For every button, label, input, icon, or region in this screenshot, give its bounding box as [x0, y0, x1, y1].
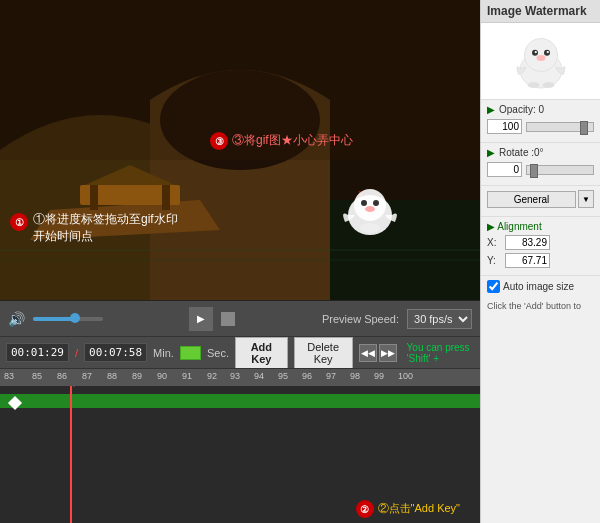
rotate-input[interactable]: [487, 162, 522, 177]
mascot-main-svg: [511, 31, 571, 91]
mascot-video-svg: [340, 180, 400, 240]
svg-point-14: [360, 223, 380, 233]
annotation-circle-2: ②: [356, 500, 374, 518]
x-align-row: X:: [487, 235, 594, 250]
volume-thumb: [70, 313, 80, 323]
right-panel: Image Watermark: [480, 0, 600, 523]
general-button[interactable]: General: [487, 191, 576, 208]
timeline-ruler: 83 85 86 87 88 89 90 91 92 93 94 95 96 9…: [0, 368, 480, 386]
opacity-slider[interactable]: [526, 122, 594, 132]
ruler-tick-98: 98: [350, 371, 360, 381]
video-scene: [0, 0, 480, 300]
ruler-tick-100: 100: [398, 371, 413, 381]
opacity-section: ▶ Opacity: 0: [481, 100, 600, 143]
annotation-3: ③ ③将gif图★小心弄中心: [210, 130, 353, 150]
ruler-tick-94: 94: [254, 371, 264, 381]
svg-point-21: [536, 55, 545, 61]
auto-size-row: Auto image size: [481, 276, 600, 297]
prev-key-button[interactable]: ◀◀: [359, 344, 377, 362]
ruler-tick-85: 85: [32, 371, 42, 381]
main-container: ③ ③将gif图★小心弄中心 ↘: [0, 0, 600, 523]
volume-icon: 🔊: [8, 311, 25, 327]
timeline-controls: 00:01:29 / 00:07:58 Min. Sec. Add Key De…: [0, 336, 480, 368]
rotate-label: Rotate :0°: [499, 147, 544, 158]
alignment-section: ▶ Alignment X: Y:: [481, 217, 600, 276]
svg-point-22: [527, 82, 539, 88]
ruler-tick-93: 93: [230, 371, 240, 381]
opacity-thumb: [580, 121, 588, 135]
next-key-button[interactable]: ▶▶: [379, 344, 397, 362]
svg-point-13: [365, 206, 375, 212]
ruler-tick-99: 99: [374, 371, 384, 381]
general-dropdown-arrow[interactable]: ▼: [578, 190, 594, 208]
annotation-circle-1: ①: [10, 213, 28, 231]
play-button[interactable]: ▶: [189, 307, 213, 331]
rotate-row: ▶ Rotate :0°: [487, 147, 594, 158]
x-label: X:: [487, 237, 502, 248]
opacity-arrow: ▶: [487, 104, 495, 115]
volume-fill: [33, 317, 75, 321]
add-key-button[interactable]: Add Key: [235, 337, 288, 369]
annotation-1-line2: 开始时间点: [33, 228, 178, 245]
opacity-row: ▶ Opacity: 0: [487, 104, 594, 115]
ruler-tick-83: 83: [4, 371, 14, 381]
ruler-tick-95: 95: [278, 371, 288, 381]
y-input[interactable]: [505, 253, 550, 268]
rotate-section: ▶ Rotate :0°: [481, 143, 600, 186]
alignment-label: ▶ Alignment: [487, 221, 594, 232]
mascot-in-video: [340, 180, 400, 240]
playhead-line: [70, 386, 72, 523]
ruler-tick-88: 88: [107, 371, 117, 381]
green-segment-bar[interactable]: [180, 346, 201, 360]
opacity-label: Opacity: 0: [499, 104, 544, 115]
svg-point-20: [546, 51, 548, 53]
general-section: General ▼: [481, 186, 600, 217]
x-input[interactable]: [505, 235, 550, 250]
end-time: 00:07:58: [84, 343, 147, 362]
rotate-slider[interactable]: [526, 165, 594, 175]
svg-point-11: [361, 200, 367, 206]
rotate-arrow: ▶: [487, 147, 495, 158]
hint-text: You can press 'Shift' +: [407, 342, 474, 364]
stop-button[interactable]: [221, 312, 235, 326]
controls-bar: 🔊 ▶ Preview Speed: 30 fps/s: [0, 300, 480, 336]
opacity-input[interactable]: [487, 119, 522, 134]
playhead-triangle: [69, 386, 79, 387]
auto-size-checkbox[interactable]: [487, 280, 500, 293]
y-align-row: Y:: [487, 253, 594, 268]
ruler-tick-92: 92: [207, 371, 217, 381]
svg-point-19: [534, 51, 536, 53]
ruler-tick-97: 97: [326, 371, 336, 381]
fps-select[interactable]: 30 fps/s: [407, 309, 472, 329]
ruler-tick-87: 87: [82, 371, 92, 381]
annotation-1: ① ①将进度标签拖动至gif水印 开始时间点: [10, 211, 178, 245]
ruler-tick-89: 89: [132, 371, 142, 381]
green-track: [0, 394, 480, 408]
annotation-1-text: ①将进度标签拖动至gif水印 开始时间点: [33, 211, 178, 245]
nav-buttons: ◀◀ ▶▶: [359, 344, 397, 362]
svg-rect-4: [90, 185, 98, 210]
delete-key-button[interactable]: Delete Key: [294, 337, 353, 369]
timeline-track[interactable]: ② ②点击"Add Key" ↑: [0, 386, 480, 523]
general-dropdown: General ▼: [487, 190, 594, 208]
annotation-circle-3: ③: [210, 132, 228, 150]
ruler-numbers: 83 85 86 87 88 89 90 91 92 93 94 95 96 9…: [2, 369, 478, 386]
annotation-1-line1: ①将进度标签拖动至gif水印: [33, 211, 178, 228]
min-label: Min.: [153, 347, 174, 359]
current-time: 00:01:29: [6, 343, 69, 362]
volume-slider[interactable]: [33, 317, 103, 321]
auto-size-label: Auto image size: [503, 281, 574, 292]
annotation-3-text: ③将gif图★小心弄中心: [232, 132, 353, 149]
rotate-thumb: [530, 164, 538, 178]
annotation-2-text: ②点击"Add Key": [378, 501, 460, 516]
sec-label: Sec.: [207, 347, 229, 359]
ruler-tick-86: 86: [57, 371, 67, 381]
time-separator: /: [75, 347, 78, 359]
svg-rect-5: [162, 185, 170, 210]
video-area: ③ ③将gif图★小心弄中心 ↘: [0, 0, 480, 523]
ruler-tick-90: 90: [157, 371, 167, 381]
video-preview: ③ ③将gif图★小心弄中心 ↘: [0, 0, 480, 300]
svg-point-23: [542, 82, 554, 88]
svg-point-10: [354, 189, 386, 221]
preview-speed-label: Preview Speed:: [322, 313, 399, 325]
